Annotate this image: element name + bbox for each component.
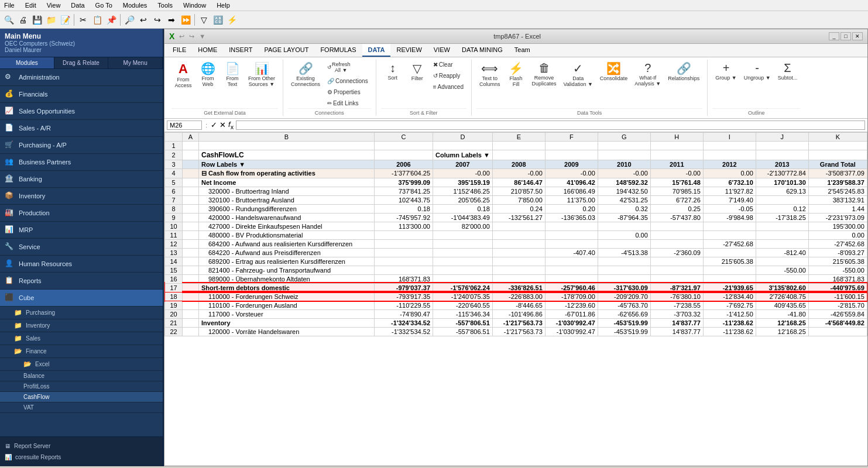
row-header[interactable]: 8 [165, 204, 183, 213]
cell-18-I[interactable]: -12'834.40 [703, 292, 756, 301]
ribbon-tab-formulas[interactable]: FORMULAS [314, 44, 362, 57]
cell-16-D[interactable] [433, 274, 493, 283]
row-header[interactable]: 3 [165, 160, 183, 168]
cell-7-E[interactable]: 7'850.00 [492, 195, 545, 204]
col-header-h[interactable]: H [650, 132, 703, 141]
cell-14-B[interactable]: 689200 - Ertrag aus realisierten Kursdif… [199, 257, 375, 266]
sidebar-item-production[interactable]: 🏭 Production [0, 205, 163, 222]
row-header[interactable]: 12 [165, 239, 183, 248]
row-header[interactable]: 4 [165, 168, 183, 178]
col-header-d[interactable]: D [433, 132, 493, 141]
cell-19-C[interactable]: -110'229.55 [375, 301, 433, 309]
cell-1-I[interactable] [703, 141, 756, 150]
cell-15-G[interactable] [598, 266, 650, 274]
cell-12-E[interactable] [492, 239, 545, 248]
cell-20-E[interactable]: -101'496.86 [492, 309, 545, 318]
cell-22-C[interactable]: -1'332'534.52 [375, 327, 433, 336]
cell-20-J[interactable]: -41.80 [756, 309, 808, 318]
sidebar-subitem-cashflow[interactable]: CashFlow [0, 392, 163, 402]
cell-19-A[interactable] [183, 301, 199, 309]
cell-8-C[interactable]: 0.18 [375, 204, 433, 213]
cell-19-I[interactable]: -7'692.75 [703, 301, 756, 309]
cell-17-H[interactable]: -87'321.97 [650, 283, 703, 292]
cell-9-F[interactable]: -136'365.03 [545, 213, 598, 222]
sidebar-subitem-vat[interactable]: VAT [0, 402, 163, 413]
cell-14-H[interactable] [650, 257, 703, 266]
menu-modules[interactable]: Modules [121, 1, 149, 9]
cell-15-J[interactable]: -550.00 [756, 266, 808, 274]
cell-7-C[interactable]: 102'443.75 [375, 195, 433, 204]
toolbar-btn-3[interactable]: 💾 [30, 13, 43, 26]
sidebar-subitem-purchasing[interactable]: 📁 Purchasing [0, 307, 163, 319]
toolbar-btn-8[interactable]: 📌 [105, 13, 118, 26]
cell-5-F[interactable]: 41'096.42 [545, 178, 598, 187]
cell-14-A[interactable] [183, 257, 199, 266]
row-header[interactable]: 2 [165, 150, 183, 160]
cell-13-C[interactable] [375, 248, 433, 257]
row-header[interactable]: 20 [165, 309, 183, 318]
ribbon-tab-review[interactable]: REVIEW [390, 44, 427, 57]
cell-5-I[interactable]: 6'732.10 [703, 178, 756, 187]
cell-9-I[interactable]: -9'984.98 [703, 213, 756, 222]
cell-5-D[interactable]: 395'159.19 [433, 178, 493, 187]
cell-4-A[interactable] [183, 168, 199, 178]
cell-14-D[interactable] [433, 257, 493, 266]
cell-1-D[interactable] [433, 141, 493, 150]
cell-17-C[interactable]: -979'037.37 [375, 283, 433, 292]
cell-9-C[interactable]: -745'957.92 [375, 213, 433, 222]
cell-22-F[interactable]: -1'030'992.47 [545, 327, 598, 336]
cell-16-G[interactable] [598, 274, 650, 283]
cell-14-J[interactable] [756, 257, 808, 266]
cell-13-H[interactable]: -2'360.09 [650, 248, 703, 257]
sidebar-item-administration[interactable]: ⚙ Administration [0, 69, 163, 86]
ribbon-tab-data-mining[interactable]: DATA MINING [456, 44, 509, 57]
cell-12-B[interactable]: 684200 - Aufwand aus realisierten Kursdi… [199, 239, 375, 248]
cell-3-C[interactable]: 2006 [375, 160, 433, 168]
sidebar-subitem-finance[interactable]: 📂 Finance [0, 345, 163, 358]
cell-18-E[interactable]: -226'883.00 [492, 292, 545, 301]
cell-11-K[interactable]: 0.00 [808, 230, 867, 239]
toolbar-btn-9[interactable]: 🔎 [123, 13, 136, 26]
cell-6-B[interactable]: 320000 - Bruttoertrag Inland [199, 187, 375, 195]
cell-10-B[interactable]: 427000 - Direkte Einkaufspesen Handel [199, 222, 375, 230]
col-header-i[interactable]: I [703, 132, 756, 141]
cell-22-K[interactable] [808, 327, 867, 336]
toolbar-btn-11[interactable]: ↪ [151, 13, 164, 26]
cell-3-F[interactable]: 2009 [545, 160, 598, 168]
ribbon-tab-data[interactable]: DATA [362, 44, 391, 57]
undo-icon[interactable]: ↩ [179, 33, 184, 40]
row-header[interactable]: 9 [165, 213, 183, 222]
cell-8-J[interactable]: 0.12 [756, 204, 808, 213]
cell-14-F[interactable] [545, 257, 598, 266]
cell-16-J[interactable] [756, 274, 808, 283]
cell-21-A[interactable] [183, 318, 199, 327]
redo-icon[interactable]: ↪ [189, 33, 194, 40]
cell-7-F[interactable]: 11'375.00 [545, 195, 598, 204]
cell-1-A[interactable] [183, 141, 199, 150]
cell-9-D[interactable]: -1'044'383.49 [433, 213, 493, 222]
cell-17-F[interactable]: -257'960.46 [545, 283, 598, 292]
formula-input[interactable] [236, 121, 865, 130]
cell-11-I[interactable] [703, 230, 756, 239]
cell-6-I[interactable]: 11'927.82 [703, 187, 756, 195]
cell-3-B[interactable]: Row Labels ▼ [199, 160, 375, 168]
cell-3-H[interactable]: 2011 [650, 160, 703, 168]
cell-13-G[interactable]: -4'513.38 [598, 248, 650, 257]
row-header[interactable]: 15 [165, 266, 183, 274]
sidebar-item-reports[interactable]: 📋 Reports [0, 273, 163, 290]
cell-1-C[interactable] [375, 141, 433, 150]
menu-tools[interactable]: Tools [156, 1, 174, 9]
flash-fill-button[interactable]: ⚡ FlashFill [505, 60, 528, 90]
menu-data[interactable]: Data [69, 1, 86, 9]
sidebar-item-cube[interactable]: ⬛ Cube [0, 290, 163, 307]
cell-19-B[interactable]: 110100 - Forderungen Ausland [199, 301, 375, 309]
cell-21-B[interactable]: Inventory [199, 318, 375, 327]
cell-4-H[interactable]: -0.00 [650, 168, 703, 178]
cell-15-D[interactable] [433, 266, 493, 274]
cell-18-D[interactable]: -1'240'075.35 [433, 292, 493, 301]
row-header[interactable]: 5 [165, 178, 183, 187]
cell-15-E[interactable] [492, 266, 545, 274]
toolbar-btn-2[interactable]: 🖨 [16, 13, 29, 26]
cell-10-E[interactable] [492, 222, 545, 230]
cell-1-H[interactable] [650, 141, 703, 150]
